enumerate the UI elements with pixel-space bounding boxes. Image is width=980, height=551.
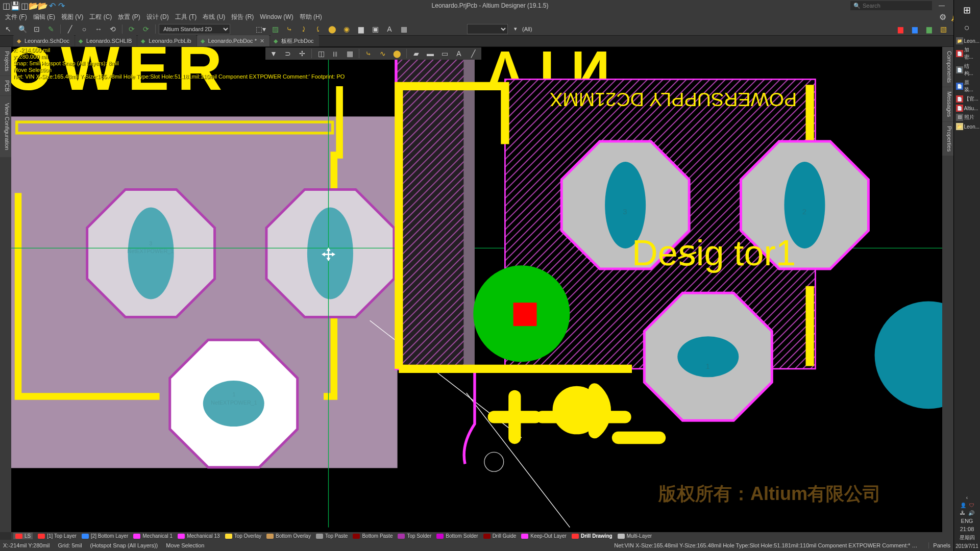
tab-schlib[interactable]: ◆Leonardo.SCHLIB bbox=[75, 35, 137, 46]
tb-route1-icon[interactable]: ⤷ bbox=[283, 23, 296, 35]
panels-button[interactable]: Panels bbox=[928, 542, 950, 548]
taskbar-link-3[interactable]: 📄原装... bbox=[955, 79, 979, 94]
redo-icon[interactable]: ↷ bbox=[57, 2, 65, 10]
vtab-components[interactable]: Components bbox=[942, 47, 953, 87]
vtab-properties[interactable]: Properties bbox=[942, 122, 953, 156]
menu-project[interactable]: 工程 (C) bbox=[86, 12, 115, 22]
menu-file[interactable]: 文件 (F) bbox=[2, 12, 30, 22]
layer-keepout[interactable]: Keep-Out Layer bbox=[521, 533, 567, 539]
vtab-projects[interactable]: Projects bbox=[0, 47, 11, 76]
layer-ls[interactable]: LS bbox=[13, 533, 33, 539]
layer-topoverlay[interactable]: Top Overlay bbox=[225, 533, 261, 539]
menu-route[interactable]: 布线 (U) bbox=[200, 12, 228, 22]
tb-layer4-icon[interactable]: ▧ bbox=[937, 23, 949, 35]
layer-topsolder[interactable]: Top Solder bbox=[398, 533, 431, 539]
tb-route2-icon[interactable]: ⤸ bbox=[298, 23, 310, 35]
settings-icon[interactable]: ⚙ bbox=[938, 12, 947, 21]
ct-route-icon[interactable]: ⤷ bbox=[362, 48, 375, 59]
tool-zoomfit-icon[interactable]: ⊡ bbox=[31, 23, 43, 35]
search-box[interactable]: 🔍 bbox=[850, 1, 932, 10]
layer-drilldrawing[interactable]: Drill Drawing bbox=[572, 533, 612, 539]
layer-multilayer[interactable]: Multi-Layer bbox=[618, 533, 652, 539]
taskbar-link-6[interactable]: 🖼照片 bbox=[955, 113, 979, 121]
tab-schdoc[interactable]: ◆Leonardo.SchDoc bbox=[13, 35, 75, 46]
filter-select1[interactable] bbox=[467, 24, 508, 34]
ct-keepout-icon[interactable]: ▭ bbox=[438, 48, 451, 59]
taskbar-link-7[interactable]: 📁Leon... bbox=[955, 122, 979, 131]
tab-board[interactable]: ◆板框.PcbDoc bbox=[270, 35, 319, 46]
taskbar-link-2[interactable]: 📄结构... bbox=[955, 62, 979, 78]
tool-cursor-icon[interactable]: ↖ bbox=[2, 23, 14, 35]
layer-mech13[interactable]: Mechanical 13 bbox=[178, 533, 219, 539]
tool-crossprobe-icon[interactable]: ✎ bbox=[45, 23, 57, 35]
ct-dist-icon[interactable]: ▦ bbox=[344, 48, 356, 59]
tray-people-icon[interactable]: 👤 bbox=[960, 503, 966, 508]
ct-meander-icon[interactable]: ∿ bbox=[377, 48, 389, 59]
menu-design[interactable]: 设计 (D) bbox=[143, 12, 172, 22]
undo-icon[interactable]: ↶ bbox=[48, 2, 56, 10]
tb-via3-icon[interactable]: ◉ bbox=[340, 23, 353, 35]
tool-route-icon[interactable]: ╱ bbox=[64, 23, 76, 35]
menu-edit[interactable]: 编辑 (E) bbox=[30, 12, 58, 22]
new-icon[interactable]: ◫ bbox=[2, 2, 10, 10]
save-icon[interactable]: 💾 bbox=[11, 2, 19, 10]
layer-bottom[interactable]: [2] Bottom Layer bbox=[82, 533, 128, 539]
menu-report[interactable]: 报告 (R) bbox=[228, 12, 257, 22]
tb-hatch-icon[interactable]: ▨ bbox=[269, 23, 281, 35]
vtab-viewconfig[interactable]: View Configuration bbox=[0, 96, 11, 157]
tray-volume-icon[interactable]: 🔊 bbox=[968, 510, 974, 516]
tool-update-icon[interactable]: ⟲ bbox=[107, 23, 119, 35]
layer-bottomsolder[interactable]: Bottom Solder bbox=[436, 533, 478, 539]
tb-toggle-icon[interactable]: ⬚▾ bbox=[255, 23, 267, 35]
layer-bottomoverlay[interactable]: Bottom Overlay bbox=[266, 533, 311, 539]
tb-layer2-icon[interactable]: ▆ bbox=[909, 23, 921, 35]
tool-validate-icon[interactable]: ⟳ bbox=[140, 23, 152, 35]
taskbar-link-5[interactable]: 📄Altiu... bbox=[955, 104, 979, 112]
tb-layer3-icon[interactable]: ▆ bbox=[923, 23, 935, 35]
tb-comp-icon[interactable]: ▦ bbox=[398, 23, 410, 35]
display-mode-select[interactable]: Altium Standard 2D bbox=[159, 24, 230, 34]
tool-via-icon[interactable]: ○ bbox=[78, 23, 90, 35]
tb-text-icon[interactable]: A bbox=[383, 23, 396, 35]
menu-help[interactable]: 帮助 (H) bbox=[297, 12, 325, 22]
tb-fill-icon[interactable]: ▆ bbox=[355, 23, 367, 35]
layer-top[interactable]: [1] Top Layer bbox=[38, 533, 77, 539]
tray-ime[interactable]: ENG bbox=[961, 518, 973, 524]
tb-route3-icon[interactable]: ⤹ bbox=[312, 23, 324, 35]
menu-window[interactable]: Window (W) bbox=[257, 12, 296, 21]
menu-tools[interactable]: 工具 (T) bbox=[172, 12, 200, 22]
tool-refresh-icon[interactable]: ⟳ bbox=[126, 23, 138, 35]
filter-all-label[interactable]: (All) bbox=[522, 26, 532, 32]
tool-zoom-icon[interactable]: 🔍 bbox=[16, 23, 29, 35]
ct-poly-icon[interactable]: ▰ bbox=[410, 48, 422, 59]
search-input[interactable] bbox=[863, 3, 929, 9]
tray-time[interactable]: 21:08 bbox=[960, 526, 974, 532]
save-all-icon[interactable]: ◫ bbox=[20, 2, 29, 10]
win-cortana-icon[interactable]: ○ bbox=[957, 19, 977, 36]
layer-toppaste[interactable]: Top Paste bbox=[316, 533, 348, 539]
layer-drillguide[interactable]: Drill Guide bbox=[483, 533, 517, 539]
tray-expand-icon[interactable]: ‹ bbox=[966, 495, 968, 500]
ct-line-icon[interactable]: ╱ bbox=[467, 48, 479, 59]
tb-via2-icon[interactable]: ⬤ bbox=[326, 23, 338, 35]
tb-layer1-icon[interactable]: ▆ bbox=[894, 23, 906, 35]
layer-bottompaste[interactable]: Bottom Paste bbox=[353, 533, 393, 539]
tb-poly-icon[interactable]: ▣ bbox=[369, 23, 381, 35]
ct-via-icon[interactable]: ⬤ bbox=[391, 48, 403, 59]
taskbar-link-4[interactable]: 📄【官... bbox=[955, 95, 979, 103]
print-icon[interactable]: 📂 bbox=[39, 2, 47, 10]
tab-pcbdoc[interactable]: ◆Leonardo.PcbDoc *✕ bbox=[197, 35, 270, 46]
tab-pcblib[interactable]: ◆Leonardo.PcbLib bbox=[137, 35, 196, 46]
tab-close-icon[interactable]: ✕ bbox=[260, 38, 264, 44]
tray-security-icon[interactable]: 🛡 bbox=[969, 503, 974, 508]
tray-network-icon[interactable]: 🖧 bbox=[960, 510, 965, 516]
menu-place[interactable]: 放置 (P) bbox=[115, 12, 143, 22]
tool-dimension-icon[interactable]: ↔ bbox=[92, 23, 105, 35]
open-icon[interactable]: 📂 bbox=[30, 2, 38, 10]
menu-view[interactable]: 视图 (V) bbox=[58, 12, 86, 22]
minimize-button[interactable]: — bbox=[934, 0, 949, 11]
win-start-icon[interactable]: ⊞ bbox=[957, 2, 977, 18]
taskbar-link-1[interactable]: 📄加密... bbox=[955, 46, 979, 61]
ct-text-icon[interactable]: A bbox=[453, 48, 465, 59]
vtab-pcb[interactable]: PCB bbox=[0, 76, 11, 96]
